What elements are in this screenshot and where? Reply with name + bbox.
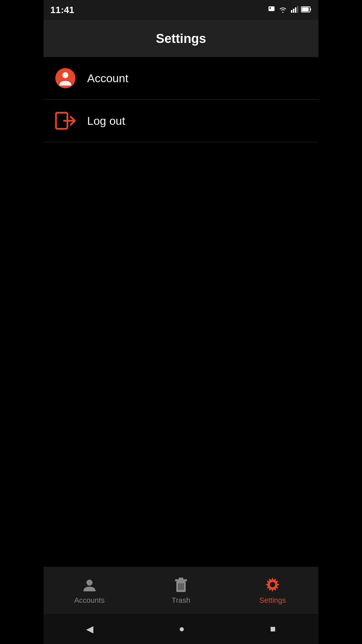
logout-icon-container [54, 109, 77, 132]
nav-settings[interactable]: Settings [227, 567, 318, 614]
svg-rect-8 [302, 7, 309, 11]
svg-point-14 [86, 580, 93, 586]
status-time: 11:41 [50, 5, 74, 15]
page-title: Settings [156, 32, 206, 46]
svg-rect-16 [175, 579, 187, 581]
back-button[interactable]: ◀ [86, 624, 94, 635]
accounts-nav-label: Accounts [74, 596, 105, 605]
logout-icon [55, 110, 76, 131]
svg-rect-5 [297, 6, 298, 13]
svg-rect-7 [310, 8, 311, 10]
svg-rect-2 [291, 10, 292, 13]
nav-accounts[interactable]: Accounts [44, 567, 135, 614]
svg-rect-3 [293, 9, 294, 13]
trash-nav-label: Trash [172, 596, 190, 605]
main-content [44, 355, 318, 567]
logout-item[interactable]: Log out [44, 100, 318, 142]
accounts-nav-icon [81, 576, 98, 593]
notification-icon [267, 5, 276, 15]
account-item[interactable]: Account [44, 57, 318, 100]
status-icons [267, 5, 312, 15]
logout-label: Log out [87, 114, 125, 127]
svg-point-11 [62, 72, 68, 78]
recents-button[interactable]: ■ [270, 624, 276, 634]
person-icon [55, 67, 76, 89]
account-icon-container [54, 66, 77, 90]
settings-nav-icon [264, 576, 281, 593]
battery-icon [301, 5, 312, 15]
system-nav-bar: ◀ ● ■ [44, 614, 318, 644]
settings-nav-label: Settings [259, 596, 286, 605]
settings-list: Account Log out [44, 57, 318, 355]
svg-rect-0 [268, 6, 275, 11]
wifi-icon [278, 5, 288, 15]
home-button[interactable]: ● [179, 624, 185, 634]
svg-point-22 [270, 582, 275, 587]
trash-nav-icon [172, 576, 190, 593]
status-bar: 11:41 [44, 0, 318, 20]
signal-icon [290, 5, 298, 15]
nav-trash[interactable]: Trash [135, 567, 227, 614]
svg-rect-17 [179, 578, 183, 579]
svg-rect-4 [295, 7, 296, 13]
settings-header: Settings [44, 20, 318, 57]
bottom-navigation: Accounts Trash [44, 567, 318, 614]
account-label: Account [87, 72, 128, 85]
svg-rect-1 [269, 7, 271, 9]
